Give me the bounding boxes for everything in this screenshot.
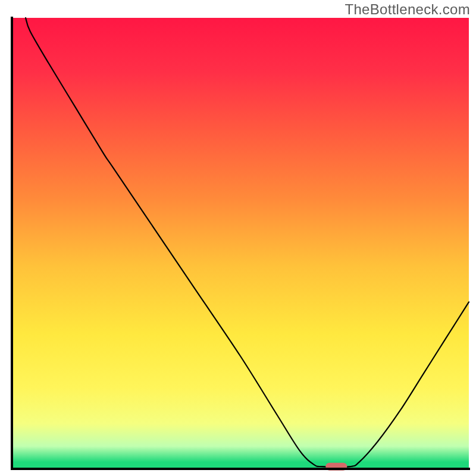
chart-background — [12, 18, 469, 469]
chart-svg — [0, 0, 476, 476]
bottleneck-chart: TheBottleneck.com — [0, 0, 476, 476]
watermark-text: TheBottleneck.com — [345, 1, 470, 18]
